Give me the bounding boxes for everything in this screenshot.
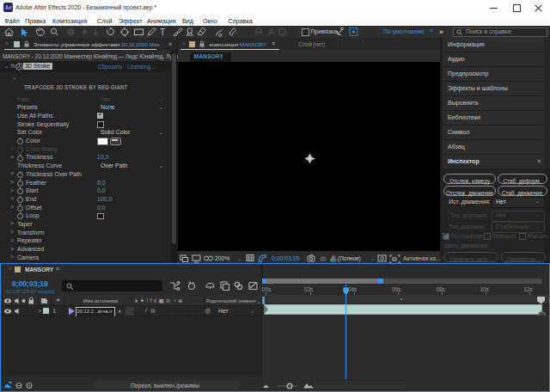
svg-text:T: T xyxy=(160,27,166,37)
